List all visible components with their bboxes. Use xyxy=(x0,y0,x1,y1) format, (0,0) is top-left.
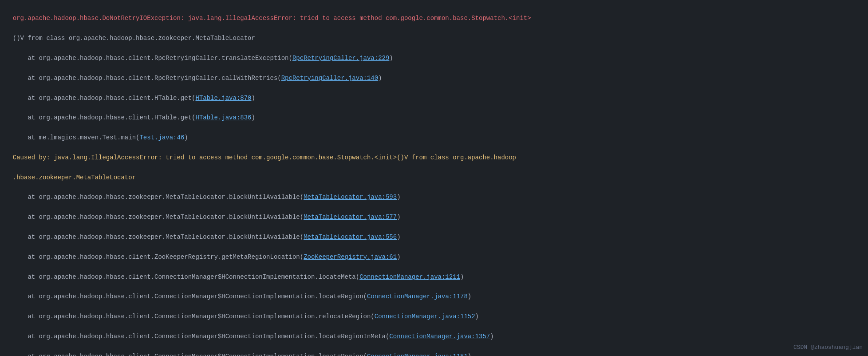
link-rpc-140[interactable]: RpcRetryingCaller.java:140 xyxy=(281,75,378,82)
line-14: at org.apache.hadoop.hbase.client.Connec… xyxy=(13,313,479,320)
line-9: at org.apache.hadoop.hbase.zookeeper.Met… xyxy=(13,214,401,221)
watermark: CSDN @zhaoshuangjian xyxy=(793,343,863,352)
line-4: at org.apache.hadoop.hbase.client.RpcRet… xyxy=(13,75,382,82)
link-rpc-229[interactable]: RpcRetryingCaller.java:229 xyxy=(292,55,389,62)
link-test-46[interactable]: Test.java:46 xyxy=(139,134,184,141)
line-8: at org.apache.hadoop.hbase.zookeeper.Met… xyxy=(13,194,401,201)
line-7: at me.lmagics.maven.Test.main(Test.java:… xyxy=(13,134,188,141)
link-htable-870[interactable]: HTable.java:870 xyxy=(195,95,251,102)
line-2: ()V from class org.apache.hadoop.hbase.z… xyxy=(13,35,255,42)
line-6: at org.apache.hadoop.hbase.client.HTable… xyxy=(13,114,255,121)
link-cm-1178[interactable]: ConnectionManager.java:1178 xyxy=(367,293,468,300)
line-5: at org.apache.hadoop.hbase.client.HTable… xyxy=(13,95,255,102)
link-meta-556[interactable]: MetaTableLocator.java:556 xyxy=(304,233,397,241)
link-meta-577[interactable]: MetaTableLocator.java:577 xyxy=(304,214,397,221)
link-cm-1211[interactable]: ConnectionManager.java:1211 xyxy=(359,273,460,281)
line-caused-by-2: .hbase.zookeeper.MetaTableLocator xyxy=(13,174,136,181)
line-16: at org.apache.hadoop.hbase.client.Connec… xyxy=(13,353,471,356)
link-cm-1152[interactable]: ConnectionManager.java:1152 xyxy=(375,313,475,320)
line-3: at org.apache.hadoop.hbase.client.RpcRet… xyxy=(13,55,393,62)
line-15: at org.apache.hadoop.hbase.client.Connec… xyxy=(13,333,494,340)
link-cm-1181[interactable]: ConnectionManager.java:1181 xyxy=(367,353,468,356)
link-zk-61[interactable]: ZooKeeperRegistry.java:61 xyxy=(304,253,397,261)
link-htable-836[interactable]: HTable.java:836 xyxy=(195,114,251,121)
link-cm-1357[interactable]: ConnectionManager.java:1357 xyxy=(389,333,490,340)
link-meta-593[interactable]: MetaTableLocator.java:593 xyxy=(304,194,397,201)
line-caused-by-1: Caused by: java.lang.IllegalAccessError:… xyxy=(13,154,516,161)
stack-trace: org.apache.hadoop.hbase.DoNotRetryIOExce… xyxy=(5,4,863,356)
line-12: at org.apache.hadoop.hbase.client.Connec… xyxy=(13,273,464,281)
line-11: at org.apache.hadoop.hbase.client.ZooKee… xyxy=(13,253,401,261)
line-13: at org.apache.hadoop.hbase.client.Connec… xyxy=(13,293,471,300)
line-1: org.apache.hadoop.hbase.DoNotRetryIOExce… xyxy=(13,15,531,22)
line-10: at org.apache.hadoop.hbase.zookeeper.Met… xyxy=(13,233,401,241)
